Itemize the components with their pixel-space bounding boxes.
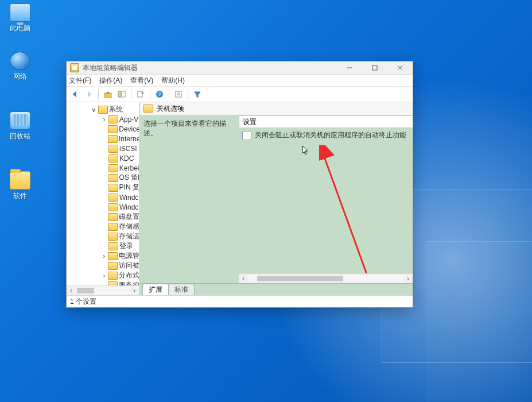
column-header-setting[interactable]: 设置 <box>239 115 413 128</box>
tree-item[interactable]: ›分布式 <box>67 270 139 280</box>
annotation-arrow <box>319 145 413 273</box>
detail-title: 关机选项 <box>157 104 184 114</box>
folder-icon <box>108 125 118 133</box>
close-button[interactable] <box>387 61 413 74</box>
export-button[interactable] <box>134 88 147 100</box>
tree-item[interactable]: ›登录 <box>67 241 139 251</box>
tree-item-label: Device <box>119 125 139 133</box>
menu-help[interactable]: 帮助(H) <box>161 76 185 86</box>
close-icon <box>397 65 403 71</box>
list-hscroll[interactable]: ‹ › <box>239 273 413 283</box>
tree-item[interactable]: ›服务控 <box>67 280 139 285</box>
help-button[interactable]: ? <box>153 88 166 100</box>
filter-button[interactable] <box>191 88 204 100</box>
tree-item[interactable]: ›电源管 <box>67 251 139 261</box>
maximize-icon <box>372 65 378 71</box>
folder-icon <box>10 171 30 190</box>
tree-item[interactable]: ›Device <box>67 124 139 134</box>
svg-rect-5 <box>118 91 121 97</box>
tree-item-label: 服务控 <box>119 280 139 285</box>
minimize-icon <box>347 65 352 71</box>
desktop-icon-recycle-bin[interactable]: 回收站 <box>2 111 38 141</box>
scroll-right-icon[interactable]: › <box>403 275 413 283</box>
menu-action[interactable]: 操作(A) <box>99 76 122 86</box>
folder-icon <box>108 174 118 182</box>
folder-icon <box>108 223 118 231</box>
tab-extended[interactable]: 扩展 <box>142 284 169 295</box>
desktop-icon-this-pc[interactable]: 此电脑 <box>2 3 38 33</box>
desktop-icon-network[interactable]: 网络 <box>2 52 38 82</box>
policy-item[interactable]: ⋮ 关闭会阻止或取消关机的应用程序的自动终止功能 <box>239 128 413 142</box>
folder-icon <box>108 242 118 250</box>
tree-item[interactable]: ›OS 策l <box>67 173 139 183</box>
view-tabs: 扩展 标准 <box>140 283 413 295</box>
client-area: ∨系统›App-V›Device›Interne›iSCSI›KDC›Kerbe… <box>67 102 413 295</box>
folder-icon <box>108 281 118 286</box>
scroll-thumb[interactable] <box>257 276 343 281</box>
tree-item[interactable]: ›存储感 <box>67 222 139 231</box>
tree-item[interactable]: ›App-V <box>67 114 139 124</box>
tree-item[interactable]: ›磁盘置 <box>67 212 139 222</box>
tree-item-label: 分布式 <box>119 270 139 280</box>
titlebar[interactable]: 本地组策略编辑器 <box>67 61 413 75</box>
folder-icon <box>143 105 153 113</box>
tree[interactable]: ∨系统›App-V›Device›Interne›iSCSI›KDC›Kerbe… <box>67 102 139 285</box>
globe-icon <box>10 52 30 70</box>
expand-icon[interactable]: › <box>100 115 108 123</box>
window-title: 本地组策略编辑器 <box>83 63 337 73</box>
properties-icon <box>174 90 182 98</box>
tree-item[interactable]: ›iSCSI <box>67 144 139 153</box>
tree-item-label: 存储运 <box>119 231 139 241</box>
collapse-icon[interactable]: ∨ <box>90 106 98 114</box>
tree-item-label: Interne <box>119 135 139 143</box>
desktop-icon-software[interactable]: 软件 <box>2 171 38 201</box>
forward-button[interactable] <box>83 88 95 100</box>
tree-item[interactable]: ›Interne <box>67 134 139 144</box>
tree-item[interactable]: ›Windc <box>67 202 139 212</box>
tree-hscroll[interactable]: ‹ › <box>67 285 139 295</box>
scroll-left-icon[interactable]: ‹ <box>239 275 248 283</box>
tree-item[interactable]: ›Windc <box>67 192 139 202</box>
up-level-button[interactable] <box>102 88 114 100</box>
folder-icon <box>98 106 108 114</box>
list-pane: 设置 ⋮ 关闭会阻止或取消关机的应用程序的自动终止功能 <box>239 115 413 283</box>
menu-view[interactable]: 查看(V) <box>130 76 153 86</box>
tab-standard-label: 标准 <box>174 285 188 293</box>
list-area[interactable]: ⋮ 关闭会阻止或取消关机的应用程序的自动终止功能 <box>239 128 413 273</box>
tree-item-root[interactable]: ∨系统 <box>67 105 139 114</box>
gpedit-window: 本地组策略编辑器 文件(F) 操作(A) 查看(V) 帮助(H) <box>66 61 413 308</box>
computer-icon <box>10 3 30 22</box>
scroll-thumb[interactable] <box>77 288 94 293</box>
toolbar: ? <box>67 87 413 102</box>
tree-item[interactable]: ›KDC <box>67 153 139 163</box>
svg-rect-1 <box>372 65 377 70</box>
desktop-icon-label: 软件 <box>2 191 38 201</box>
svg-rect-4 <box>104 93 111 98</box>
tree-item[interactable]: ›PIN 复 <box>67 183 139 192</box>
tree-item[interactable]: ›访问被 <box>67 261 139 270</box>
window-buttons <box>337 61 413 74</box>
svg-line-13 <box>323 152 374 273</box>
tree-item[interactable]: ›存储运 <box>67 231 139 241</box>
desktop-icon-label: 此电脑 <box>2 24 38 33</box>
svg-rect-6 <box>122 91 125 97</box>
forward-icon <box>85 90 93 98</box>
menu-file[interactable]: 文件(F) <box>69 76 91 86</box>
scroll-left-icon[interactable]: ‹ <box>67 287 76 295</box>
folder-icon <box>108 213 118 221</box>
folder-up-icon <box>104 90 112 98</box>
status-bar: 1 个设置 <box>67 295 413 307</box>
scroll-track[interactable] <box>248 275 403 282</box>
minimize-button[interactable] <box>337 61 362 74</box>
maximize-button[interactable] <box>362 61 387 74</box>
expand-icon[interactable]: › <box>100 252 108 260</box>
properties-button[interactable] <box>172 88 185 100</box>
scroll-track[interactable] <box>76 287 130 294</box>
back-button[interactable] <box>69 88 81 100</box>
tab-standard[interactable]: 标准 <box>168 284 195 295</box>
expand-icon[interactable]: › <box>100 272 108 280</box>
show-hide-tree-button[interactable] <box>115 88 128 100</box>
tree-item[interactable]: ›Kerbei <box>67 163 139 173</box>
policy-icon: ⋮ <box>242 131 251 140</box>
scroll-right-icon[interactable]: › <box>130 287 139 295</box>
